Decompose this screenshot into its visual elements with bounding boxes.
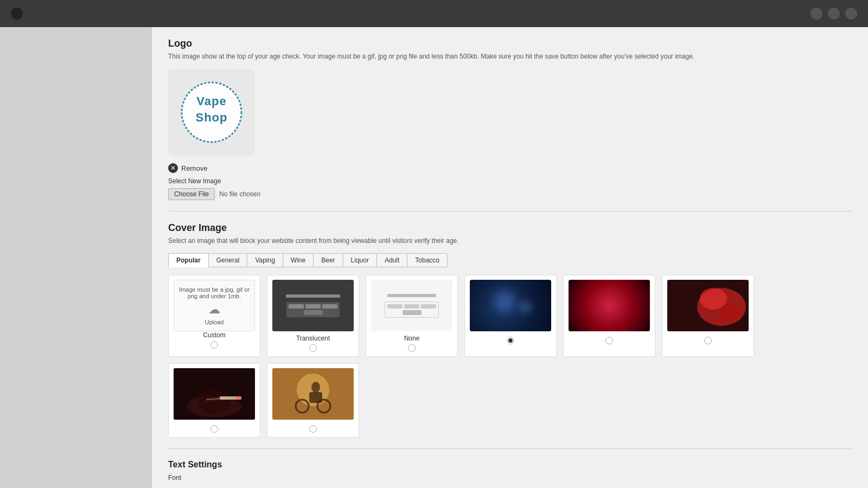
none-input-row — [387, 304, 436, 309]
section-divider-2 — [168, 448, 852, 449]
logo-section-desc: This image show at the top of your age c… — [168, 53, 852, 60]
image-card-custom[interactable]: Image must be a jpg, gif or png and unde… — [168, 275, 260, 357]
cover-image-section: Cover Image Select an image that will bl… — [168, 222, 852, 438]
red-abstract-radio[interactable] — [605, 337, 613, 344]
text-settings-section: Text Settings Font — [168, 460, 852, 481]
tab-general[interactable]: General — [208, 253, 248, 267]
dark-bokeh-radio[interactable] — [507, 337, 514, 344]
trans-input-2 — [305, 304, 321, 309]
tab-beer[interactable]: Beer — [313, 253, 343, 267]
trans-input-1 — [289, 304, 304, 309]
image-card-smoking[interactable] — [168, 363, 260, 438]
image-card-translucent[interactable]: Translucent — [267, 275, 359, 357]
custom-radio[interactable] — [210, 341, 218, 349]
none-preview — [371, 280, 452, 331]
smoking-preview — [174, 368, 255, 420]
window-controls-right — [810, 8, 857, 20]
wine-glass-radio[interactable] — [704, 337, 712, 344]
cover-image-title: Cover Image — [168, 222, 852, 234]
none-input-3 — [421, 304, 436, 309]
none-form — [385, 301, 439, 318]
logo-image: Vape Shop — [176, 77, 247, 147]
text-settings-title: Text Settings — [168, 460, 852, 470]
custom-card-label: Custom — [203, 331, 225, 339]
image-card-wine-glass[interactable] — [662, 275, 754, 357]
no-file-chosen-label: No file chosen — [219, 190, 260, 198]
bike-radio[interactable] — [309, 425, 317, 433]
custom-upload-text: Image must be a jpg, gif or png and unde… — [178, 286, 250, 299]
tab-popular[interactable]: Popular — [168, 253, 209, 267]
red-abstract-image — [569, 280, 650, 331]
cover-image-grid-row2 — [168, 363, 852, 438]
svg-point-16 — [311, 382, 320, 393]
wine-glass-image — [667, 280, 749, 331]
trans-input-3 — [322, 304, 337, 309]
image-card-bike[interactable] — [267, 363, 359, 438]
dark-bokeh-image — [470, 280, 551, 331]
smoking-radio[interactable] — [210, 425, 218, 433]
none-bar-top — [387, 294, 436, 297]
choose-file-button[interactable]: Choose File — [168, 188, 215, 200]
window-controls-left — [11, 8, 23, 20]
cover-image-desc: Select an image that will block your web… — [168, 237, 852, 245]
logo-section-title: Logo — [168, 38, 852, 49]
bike-preview — [272, 368, 354, 420]
none-card-label: None — [404, 335, 420, 342]
none-preview-inner — [371, 280, 452, 331]
logo-section: Logo This image show at the top of your … — [168, 38, 852, 200]
tab-vaping[interactable]: Vaping — [247, 253, 283, 267]
translucent-card-label: Translucent — [296, 335, 330, 342]
cover-image-grid: Image must be a jpg, gif or png and unde… — [168, 275, 852, 357]
file-input-row: Choose File No file chosen — [168, 188, 852, 200]
window-maximize-button[interactable] — [828, 8, 840, 20]
upload-icon-area: ☁ Upload — [205, 303, 224, 325]
tab-adult[interactable]: Adult — [376, 253, 407, 267]
image-card-dark-bokeh[interactable] — [464, 275, 557, 357]
smoking-svg — [174, 368, 255, 420]
svg-point-10 — [198, 387, 231, 414]
window-close-button[interactable] — [11, 8, 23, 20]
sidebar — [0, 27, 152, 488]
svg-text:Vape: Vape — [196, 94, 226, 108]
upload-label: Upload — [205, 319, 224, 325]
remove-label[interactable]: Remove — [181, 164, 207, 172]
custom-card-content: Image must be a jpg, gif or png and unde… — [174, 280, 255, 331]
main-layout: Logo This image show at the top of your … — [0, 27, 868, 488]
none-submit-btn — [403, 310, 422, 315]
image-card-none[interactable]: None — [366, 275, 458, 357]
tab-wine[interactable]: Wine — [283, 253, 314, 267]
cloud-upload-icon: ☁ — [208, 303, 220, 317]
trans-bar-top — [286, 294, 340, 298]
cover-image-tabs: Popular General Vaping Wine Beer Liquor … — [168, 253, 852, 267]
svg-point-7 — [719, 304, 741, 320]
trans-form — [286, 302, 340, 317]
trans-submit-btn — [304, 310, 323, 315]
content-area: Logo This image show at the top of your … — [152, 27, 868, 488]
none-input-1 — [387, 304, 403, 309]
bike-svg — [272, 368, 354, 420]
dark-bokeh-preview — [470, 280, 551, 331]
tab-tobacco[interactable]: Tobacco — [407, 253, 448, 267]
translucent-radio[interactable] — [309, 344, 317, 352]
svg-text:Shop: Shop — [196, 111, 228, 124]
image-card-red-abstract[interactable] — [563, 275, 655, 357]
window-minimize-button[interactable] — [810, 8, 822, 20]
smoking-image — [174, 368, 255, 420]
font-label: Font — [168, 474, 852, 481]
wine-svg — [667, 280, 749, 331]
logo-preview: Vape Shop — [168, 69, 255, 156]
translucent-preview-inner — [276, 280, 350, 331]
remove-icon[interactable]: ✕ — [168, 163, 178, 173]
red-abstract-preview — [569, 280, 650, 331]
remove-row: ✕ Remove — [168, 163, 852, 173]
translucent-preview — [272, 280, 354, 331]
none-radio[interactable] — [408, 344, 416, 352]
trans-input-row — [289, 304, 337, 309]
none-input-2 — [404, 304, 419, 309]
window-fullscreen-button[interactable] — [845, 8, 857, 20]
tab-liquor[interactable]: Liquor — [343, 253, 377, 267]
bike-image — [272, 368, 354, 420]
svg-rect-13 — [236, 396, 241, 400]
top-bar — [0, 0, 868, 27]
section-divider-1 — [168, 211, 852, 211]
